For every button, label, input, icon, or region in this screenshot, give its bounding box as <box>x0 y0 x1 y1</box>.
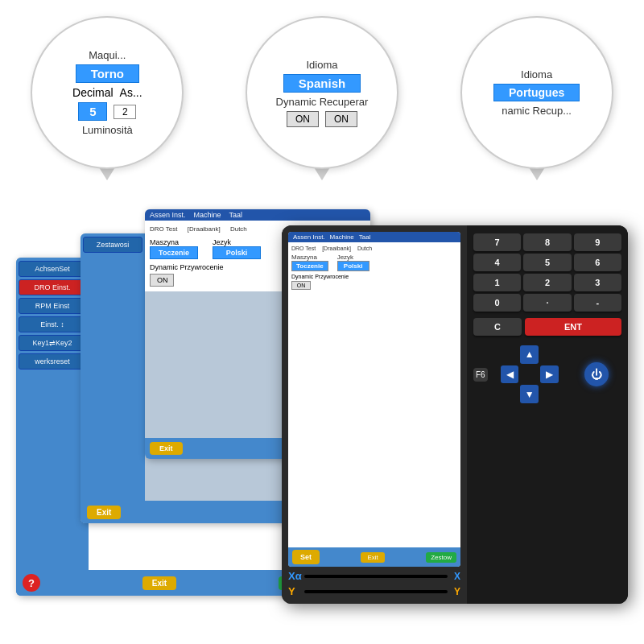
key-c[interactable]: C <box>473 318 522 336</box>
nav-up[interactable]: ▲ <box>520 345 539 364</box>
c1-row1: Torno <box>76 64 139 83</box>
c1-decimal-lbl: Decimal <box>72 86 114 99</box>
s1-help-btn[interactable]: ? <box>23 574 40 592</box>
s1-btn-achsenset[interactable]: AchsenSet <box>19 261 86 277</box>
circle1: Maqui... Torno Decimal As... 5 2 Luminos… <box>31 16 184 169</box>
key-enter[interactable]: ENT <box>525 318 621 336</box>
s1-btn-einst[interactable]: Einst. ↕ <box>19 316 86 332</box>
c2-on2: ON <box>325 111 357 127</box>
key-0[interactable]: 0 <box>473 294 521 312</box>
key-2[interactable]: 2 <box>523 274 571 291</box>
dev-dynamic-lbl: Dynamic Przywrocenie <box>291 274 457 279</box>
s1-exit-btn[interactable]: Exit <box>142 576 176 590</box>
nav-left[interactable]: ◀ <box>501 365 519 384</box>
circle3: Idioma Portugues namic Recup... <box>460 16 613 169</box>
circle2: Idioma Spanish Dynamic Recuperar ON ON <box>246 16 398 169</box>
c2-on-row: ON ON <box>287 111 357 127</box>
dev-tb6: Dutch <box>357 246 372 251</box>
s3-tb6: Dutch <box>230 225 247 233</box>
s3-exit-btn[interactable]: Exit <box>150 442 183 455</box>
c3-header: Idioma <box>521 68 552 80</box>
s3-jezyk-lbl: Jezyk <box>213 238 261 246</box>
circle1-content: Maqui... Torno Decimal As... 5 2 Luminos… <box>72 49 142 136</box>
device-area: AchsenSet DRO Einst. RPM Einst Einst. ↕ … <box>16 209 628 620</box>
s3-tb5: [Draaibank] <box>188 225 221 233</box>
device-screen-area: Assen Inst. Machine Taal DRO Test [Draai… <box>282 225 467 604</box>
device-screen: Assen Inst. Machine Taal DRO Test [Draai… <box>288 232 460 567</box>
nav-down[interactable]: ▼ <box>520 385 539 403</box>
circle2-content: Idioma Spanish Dynamic Recuperar ON ON <box>276 59 369 127</box>
s3-topbar: Assen Inst. Machine Taal <box>145 209 370 221</box>
s3-maszyna-col: Maszyna Toczenie <box>150 238 198 259</box>
power-button[interactable]: ⏻ <box>584 362 609 386</box>
dev-set-btn[interactable]: Set <box>292 550 320 564</box>
dev-jezyk-lbl: Jezyk <box>337 254 369 261</box>
s3-maszyna-lbl: Maszyna <box>150 238 198 246</box>
c2-pointer <box>314 167 330 180</box>
dev-polski-val[interactable]: Polski <box>337 261 369 271</box>
key-8[interactable]: 8 <box>523 233 571 251</box>
s1-btn-rpm[interactable]: RPM Einst <box>19 298 86 314</box>
c3-lang: Portugues <box>493 84 580 101</box>
c1-as-lbl: As... <box>120 86 142 99</box>
s3-polski-val[interactable]: Polski <box>213 246 261 259</box>
s3-on1[interactable]: ON <box>150 274 174 287</box>
nav-bottom-row: F6 ▲ ◀ ▶ ▼ ⏻ <box>473 345 621 403</box>
nav-empty-bl <box>501 385 519 403</box>
ce-row: C ENT <box>473 318 621 336</box>
dev-maszyna-lbl: Maszyna <box>291 254 328 261</box>
dev-tb2: Machine <box>330 233 354 241</box>
c1-luminosita: Luminosità <box>82 124 133 136</box>
dev-maszyna-col: Maszyna Toczenie <box>291 254 328 271</box>
s3-toczenie-val[interactable]: Toczenie <box>150 246 198 259</box>
x-icon: X <box>454 571 460 582</box>
key-3[interactable]: 3 <box>574 274 621 291</box>
c2-dynrec: Dynamic Recuperar <box>276 96 369 108</box>
f6-button[interactable]: F6 <box>473 368 488 382</box>
c3-dynrec: namic Recup... <box>502 105 572 117</box>
s1-sidebar: AchsenSet DRO Einst. RPM Einst Einst. ↕ … <box>16 258 89 596</box>
c2-lang: Spanish <box>283 74 361 93</box>
key-7[interactable]: 7 <box>473 233 521 251</box>
dev-jezyk-col: Jezyk Polski <box>337 254 369 271</box>
y-axis-row: Y Y <box>288 585 460 597</box>
s2-exit-btn[interactable]: Exit <box>87 506 121 519</box>
nav-cross: ▲ ◀ ▶ ▼ <box>501 345 559 403</box>
c1-label1: Maqui... <box>89 49 126 61</box>
c1-num2: 2 <box>114 105 136 119</box>
key-minus[interactable]: - <box>574 294 621 312</box>
s1-btn-dro[interactable]: DRO Einst. <box>19 279 86 295</box>
nav-empty-br <box>540 385 559 403</box>
circle2-wrapper: Idioma Spanish Dynamic Recuperar ON ON <box>246 16 398 180</box>
key-6[interactable]: 6 <box>574 254 621 271</box>
s3-tb4: DRO Test <box>150 225 178 233</box>
y-icon: Y <box>454 586 460 597</box>
c1-row3: 5 2 <box>78 102 136 121</box>
dev-sub-topbar: DRO Test [Draaibank] Dutch <box>291 246 457 251</box>
device-axes: Xα X Y Y <box>288 570 460 597</box>
dev-dynamic-row: Dynamic Przywrocenie ON <box>291 274 457 290</box>
c3-pointer <box>529 167 545 180</box>
s1-btn-key[interactable]: Key1⇌Key2 <box>19 335 86 351</box>
nav-center <box>520 365 539 384</box>
key-9[interactable]: 9 <box>574 233 621 251</box>
key-dot[interactable]: · <box>523 294 571 312</box>
s3-tb2: Machine <box>194 211 221 219</box>
x-axis-display <box>304 575 448 578</box>
y-axis-display <box>304 590 448 593</box>
c2-header: Idioma <box>306 59 337 71</box>
dev-exit-btn[interactable]: Exit <box>361 552 384 563</box>
c1-row2: Decimal As... <box>72 86 142 99</box>
nav-right[interactable]: ▶ <box>540 365 559 384</box>
dev-toczenie-val[interactable]: Toczenie <box>291 261 328 271</box>
s1-bottom-bar: ? Exit einst. <box>16 570 322 596</box>
dev-on1[interactable]: ON <box>291 281 311 290</box>
key-4[interactable]: 4 <box>473 254 521 271</box>
key-5[interactable]: 5 <box>523 254 571 271</box>
c1-num1: 5 <box>78 102 107 121</box>
s2-btn-zestaw[interactable]: Zestawosi <box>83 237 142 253</box>
dev-maszyna-row: Maszyna Toczenie Jezyk Polski <box>291 254 457 271</box>
s1-btn-werks[interactable]: werksreset <box>19 353 86 369</box>
key-1[interactable]: 1 <box>473 274 521 291</box>
dev-zestow-btn[interactable]: Zestow <box>426 552 456 563</box>
